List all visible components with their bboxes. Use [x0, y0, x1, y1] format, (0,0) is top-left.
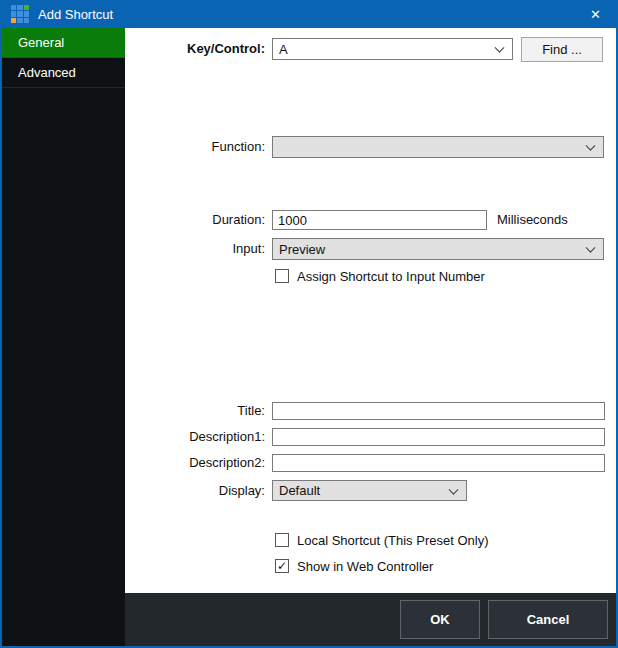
input-select-value: Preview [279, 242, 325, 257]
chevron-down-icon [495, 43, 505, 53]
key-control-label: Key/Control: [125, 38, 265, 60]
function-label: Function: [125, 136, 265, 158]
key-control-select-value: A [279, 42, 288, 57]
input-label: Input: [125, 238, 265, 260]
titlebar: Add Shortcut ✕ [0, 0, 618, 28]
sidebar: General Advanced [2, 28, 125, 646]
local-shortcut-label: Local Shortcut (This Preset Only) [297, 533, 488, 548]
duration-input[interactable] [272, 210, 487, 230]
description1-label: Description1: [125, 428, 265, 446]
web-controller-label: Show in Web Controller [297, 559, 433, 574]
general-form: Key/Control: A Find ... Function: Durati… [125, 28, 616, 593]
web-controller-checkbox[interactable]: ✓ [275, 559, 289, 573]
assign-shortcut-row: ✓ Assign Shortcut to Input Number [275, 268, 485, 284]
tab-advanced[interactable]: Advanced [2, 58, 125, 88]
window-title: Add Shortcut [38, 7, 113, 22]
duration-label: Duration: [125, 210, 265, 230]
description1-input[interactable] [272, 428, 605, 446]
description2-label: Description2: [125, 454, 265, 472]
assign-shortcut-label: Assign Shortcut to Input Number [297, 269, 485, 284]
display-label: Display: [125, 480, 265, 501]
chevron-down-icon [449, 484, 459, 494]
dialog-body: General Advanced Key/Control: A Find ...… [2, 28, 616, 646]
title-input[interactable] [272, 402, 605, 420]
cancel-button[interactable]: Cancel [488, 600, 608, 639]
chevron-down-icon [586, 141, 596, 151]
milliseconds-label: Milliseconds [497, 210, 568, 230]
display-select[interactable]: Default [272, 480, 467, 501]
find-button[interactable]: Find ... [521, 37, 603, 62]
assign-shortcut-checkbox[interactable]: ✓ [275, 269, 289, 283]
tab-advanced-label: Advanced [18, 65, 76, 80]
footer-bar: OK Cancel [125, 593, 616, 646]
chevron-down-icon [586, 243, 596, 253]
local-shortcut-row: ✓ Local Shortcut (This Preset Only) [275, 532, 488, 548]
vmix-logo-icon [11, 5, 29, 23]
local-shortcut-checkbox[interactable]: ✓ [275, 533, 289, 547]
main-panel: Key/Control: A Find ... Function: Durati… [125, 28, 616, 646]
tab-general[interactable]: General [2, 28, 125, 58]
add-shortcut-dialog: Add Shortcut ✕ General Advanced Key/Cont… [0, 0, 618, 648]
title-label: Title: [125, 402, 265, 420]
close-icon[interactable]: ✕ [573, 0, 618, 28]
function-select[interactable] [272, 136, 604, 158]
key-control-select[interactable]: A [272, 38, 513, 60]
tab-general-label: General [18, 35, 64, 50]
ok-button[interactable]: OK [400, 600, 480, 639]
description2-input[interactable] [272, 454, 605, 472]
input-select[interactable]: Preview [272, 238, 604, 260]
display-select-value: Default [279, 483, 320, 498]
web-controller-row: ✓ Show in Web Controller [275, 558, 433, 574]
check-icon: ✓ [277, 560, 287, 572]
